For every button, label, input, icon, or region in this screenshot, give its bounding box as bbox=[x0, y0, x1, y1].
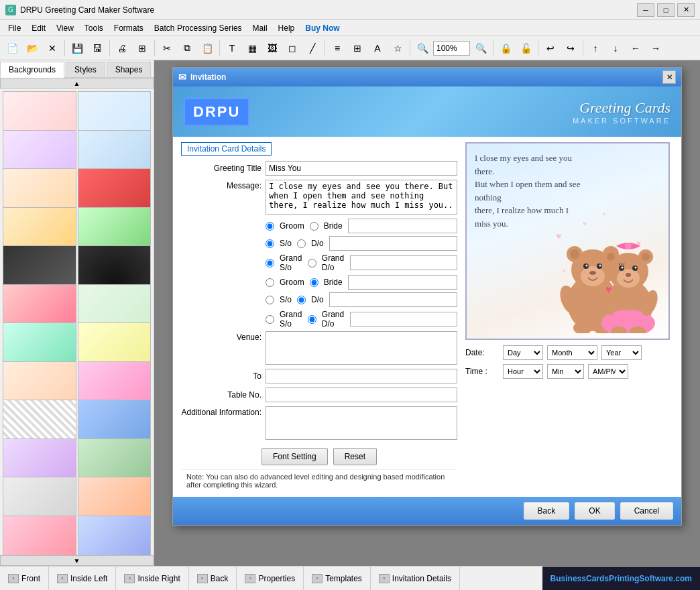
so-radio[interactable] bbox=[266, 239, 274, 248]
bg-item[interactable] bbox=[78, 516, 152, 556]
grand2-input[interactable] bbox=[350, 312, 457, 327]
grand-do-radio[interactable] bbox=[308, 259, 316, 268]
status-tab-inside-left[interactable]: ▫ Inside Left bbox=[49, 567, 116, 590]
status-tab-front[interactable]: ▫ Front bbox=[0, 567, 49, 590]
menu-mail[interactable]: Mail bbox=[247, 20, 273, 36]
tb-print2[interactable]: ⊞ bbox=[133, 39, 152, 58]
reset-button[interactable]: Reset bbox=[333, 448, 377, 465]
status-tab-back[interactable]: ▫ Back bbox=[189, 567, 237, 590]
grand-so-label[interactable]: Grand S/o bbox=[280, 253, 302, 272]
so-label[interactable]: S/o bbox=[280, 239, 292, 248]
greeting-title-input[interactable] bbox=[266, 161, 457, 176]
tb-up[interactable]: ↑ bbox=[586, 39, 605, 58]
tb-redo[interactable]: ↪ bbox=[561, 39, 580, 58]
day-select[interactable]: Day bbox=[503, 345, 543, 360]
groom2-label[interactable]: Groom bbox=[280, 278, 304, 287]
grand-so2-label[interactable]: Grand S/o bbox=[280, 310, 302, 329]
venue-textarea[interactable] bbox=[266, 331, 457, 365]
status-tab-inside-right[interactable]: ▫ Inside Right bbox=[116, 567, 188, 590]
bride-label[interactable]: Bride bbox=[324, 221, 343, 231]
tb-align1[interactable]: ≡ bbox=[328, 39, 347, 58]
tb-barcode[interactable]: ▦ bbox=[243, 39, 261, 58]
groom-name-input[interactable] bbox=[348, 219, 457, 233]
menu-help[interactable]: Help bbox=[273, 20, 300, 36]
tb-open[interactable]: 📂 bbox=[23, 39, 42, 58]
do2-input[interactable] bbox=[329, 292, 457, 307]
status-tab-properties[interactable]: ▫ Properties bbox=[237, 567, 304, 590]
tb-print[interactable]: 🖨 bbox=[113, 39, 131, 58]
do-label[interactable]: D/o bbox=[311, 239, 324, 248]
tb-clipart[interactable]: ☆ bbox=[388, 39, 407, 58]
year-select[interactable]: Year bbox=[601, 345, 642, 360]
grand-input[interactable] bbox=[350, 255, 457, 270]
scroll-down[interactable]: ▼ bbox=[0, 555, 154, 566]
do2-label[interactable]: D/o bbox=[311, 295, 324, 304]
tb-left[interactable]: ← bbox=[626, 39, 645, 58]
tb-image[interactable]: 🖼 bbox=[263, 39, 282, 58]
grand-so2-radio[interactable] bbox=[266, 315, 274, 324]
table-input[interactable] bbox=[266, 388, 457, 402]
to-input[interactable] bbox=[266, 369, 457, 384]
groom-radio[interactable] bbox=[266, 222, 274, 231]
tb-save[interactable]: 💾 bbox=[68, 39, 86, 58]
menu-file[interactable]: File bbox=[3, 20, 26, 36]
close-button[interactable]: ✕ bbox=[677, 3, 695, 17]
tb-copy[interactable]: ⧉ bbox=[178, 39, 196, 58]
menu-edit[interactable]: Edit bbox=[26, 20, 51, 36]
tb-close[interactable]: ✕ bbox=[43, 39, 62, 58]
tb-text[interactable]: T bbox=[223, 39, 241, 58]
grand-so-radio[interactable] bbox=[266, 259, 274, 268]
do-radio[interactable] bbox=[297, 239, 306, 248]
menu-batch[interactable]: Batch Processing Series bbox=[149, 20, 247, 36]
dialog-close-button[interactable]: ✕ bbox=[662, 70, 676, 84]
scroll-up[interactable]: ▲ bbox=[0, 78, 154, 88]
bg-item[interactable] bbox=[3, 516, 76, 556]
menu-tools[interactable]: Tools bbox=[79, 20, 109, 36]
tb-right[interactable]: → bbox=[646, 39, 665, 58]
detail-tab[interactable]: Invitation Card Details bbox=[181, 142, 272, 156]
min-select[interactable]: Min bbox=[547, 364, 584, 379]
tb-paste[interactable]: 📋 bbox=[198, 39, 217, 58]
hour-select[interactable]: Hour bbox=[503, 364, 543, 379]
grand-do2-label[interactable]: Grand D/o bbox=[322, 310, 345, 329]
menu-buy-now[interactable]: Buy Now bbox=[300, 20, 345, 36]
font-setting-button[interactable]: Font Setting bbox=[261, 448, 328, 465]
status-tab-invitation[interactable]: ▫ Invitation Details bbox=[371, 567, 460, 590]
tb-zoom-btn[interactable]: 🔍 bbox=[471, 39, 490, 58]
back-button[interactable]: Back bbox=[524, 502, 570, 520]
menu-formats[interactable]: Formats bbox=[109, 20, 149, 36]
grand-do2-radio[interactable] bbox=[308, 315, 316, 324]
tb-down[interactable]: ↓ bbox=[606, 39, 625, 58]
so2-label[interactable]: S/o bbox=[280, 295, 292, 304]
bride-name-input[interactable] bbox=[348, 275, 457, 290]
menu-view[interactable]: View bbox=[51, 20, 79, 36]
month-select[interactable]: Month bbox=[547, 345, 597, 360]
so-input[interactable] bbox=[329, 236, 457, 251]
ampm-select[interactable]: AM/PM bbox=[588, 364, 628, 379]
tb-shape[interactable]: ◻ bbox=[283, 39, 302, 58]
tab-shapes[interactable]: Shapes bbox=[107, 62, 152, 77]
tb-align2[interactable]: ⊞ bbox=[348, 39, 367, 58]
minimize-button[interactable]: ─ bbox=[637, 3, 654, 17]
do2-radio[interactable] bbox=[297, 296, 306, 304]
tb-line[interactable]: ╱ bbox=[303, 39, 322, 58]
cancel-button[interactable]: Cancel bbox=[620, 502, 673, 520]
tb-cut[interactable]: ✂ bbox=[158, 39, 176, 58]
so2-radio[interactable] bbox=[266, 296, 274, 304]
bride-radio[interactable] bbox=[310, 222, 318, 231]
tb-save2[interactable]: 🖫 bbox=[88, 39, 107, 58]
bride2-radio[interactable] bbox=[310, 278, 318, 287]
ok-button[interactable]: OK bbox=[575, 502, 614, 520]
groom2-radio[interactable] bbox=[266, 278, 274, 287]
additional-textarea[interactable] bbox=[266, 406, 457, 440]
tab-styles[interactable]: Styles bbox=[66, 62, 105, 77]
tb-unlock[interactable]: 🔓 bbox=[516, 39, 535, 58]
tb-zoom-out2[interactable]: 🔍 bbox=[413, 39, 432, 58]
zoom-input[interactable] bbox=[436, 44, 467, 53]
tb-new[interactable]: 📄 bbox=[3, 39, 21, 58]
tab-backgrounds[interactable]: Backgrounds bbox=[0, 62, 64, 78]
restore-button[interactable]: □ bbox=[657, 3, 675, 17]
tb-undo[interactable]: ↩ bbox=[541, 39, 560, 58]
tb-font[interactable]: A bbox=[368, 39, 387, 58]
message-textarea[interactable]: I close my eyes and see you there. But w… bbox=[266, 180, 457, 215]
